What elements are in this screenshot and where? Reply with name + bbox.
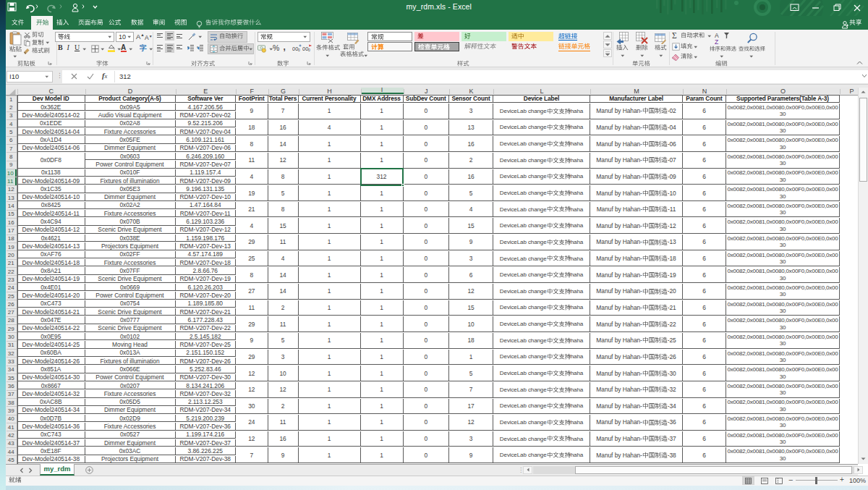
svg-text:0: 0: [298, 48, 300, 52]
svg-text:Z: Z: [715, 38, 718, 45]
svg-text:0: 0: [308, 48, 310, 52]
svg-text:字: 字: [140, 43, 147, 52]
